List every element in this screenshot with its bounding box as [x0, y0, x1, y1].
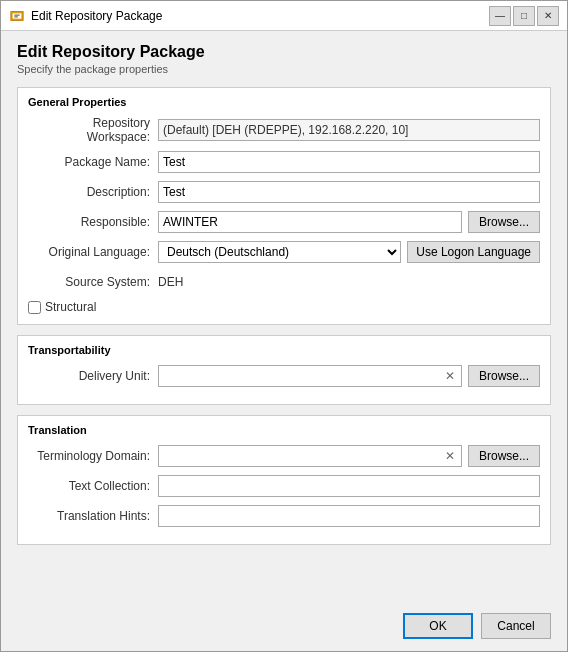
description-row: Description:	[28, 180, 540, 204]
repository-workspace-value: (Default) [DEH (RDEPPE), 192.168.2.220, …	[158, 119, 540, 141]
package-name-label: Package Name:	[28, 155, 158, 169]
dialog-footer: OK Cancel	[1, 605, 567, 651]
responsible-row: Responsible: Browse...	[28, 210, 540, 234]
delivery-unit-label: Delivery Unit:	[28, 369, 158, 383]
source-system-row: Source System: DEH	[28, 270, 540, 294]
original-language-label: Original Language:	[28, 245, 158, 259]
text-collection-label: Text Collection:	[28, 479, 158, 493]
cancel-button[interactable]: Cancel	[481, 613, 551, 639]
original-language-row: Original Language: Deutsch (Deutschland)…	[28, 240, 540, 264]
page-subtitle: Specify the package properties	[17, 63, 551, 75]
translation-section: Translation Terminology Domain: ✕ Browse…	[17, 415, 551, 545]
description-label: Description:	[28, 185, 158, 199]
repository-workspace-row: Repository Workspace: (Default) [DEH (RD…	[28, 116, 540, 144]
original-language-field-group: Deutsch (Deutschland) Use Logon Language	[158, 241, 540, 263]
terminology-domain-field-group: ✕ Browse...	[158, 445, 540, 467]
delivery-unit-browse-button[interactable]: Browse...	[468, 365, 540, 387]
delivery-unit-field-group: ✕ Browse...	[158, 365, 540, 387]
terminology-domain-label: Terminology Domain:	[28, 449, 158, 463]
terminology-domain-row: Terminology Domain: ✕ Browse...	[28, 444, 540, 468]
text-collection-row: Text Collection:	[28, 474, 540, 498]
window-icon	[9, 8, 25, 24]
general-properties-title: General Properties	[28, 96, 540, 108]
repository-workspace-label: Repository Workspace:	[28, 116, 158, 144]
title-bar-controls: — □ ✕	[489, 6, 559, 26]
package-name-input[interactable]	[158, 151, 540, 173]
delivery-unit-row: Delivery Unit: ✕ Browse...	[28, 364, 540, 388]
maximize-button[interactable]: □	[513, 6, 535, 26]
close-button[interactable]: ✕	[537, 6, 559, 26]
general-properties-section: General Properties Repository Workspace:…	[17, 87, 551, 325]
responsible-field-group: Browse...	[158, 211, 540, 233]
transportability-title: Transportability	[28, 344, 540, 356]
translation-hints-row: Translation Hints:	[28, 504, 540, 528]
page-title: Edit Repository Package	[17, 43, 551, 61]
responsible-input[interactable]	[158, 211, 462, 233]
responsible-browse-button[interactable]: Browse...	[468, 211, 540, 233]
dialog-content: Edit Repository Package Specify the pack…	[1, 31, 567, 605]
terminology-domain-input-wrapper: ✕	[158, 445, 462, 467]
translation-hints-input[interactable]	[158, 505, 540, 527]
window-title: Edit Repository Package	[31, 9, 489, 23]
translation-hints-label: Translation Hints:	[28, 509, 158, 523]
ok-button[interactable]: OK	[403, 613, 473, 639]
main-window: Edit Repository Package — □ ✕ Edit Repos…	[0, 0, 568, 652]
delivery-unit-input-wrapper: ✕	[158, 365, 462, 387]
source-system-label: Source System:	[28, 275, 158, 289]
title-bar: Edit Repository Package — □ ✕	[1, 1, 567, 31]
minimize-button[interactable]: —	[489, 6, 511, 26]
delivery-unit-clear-icon[interactable]: ✕	[441, 367, 459, 385]
transportability-section: Transportability Delivery Unit: ✕ Browse…	[17, 335, 551, 405]
translation-title: Translation	[28, 424, 540, 436]
package-name-row: Package Name:	[28, 150, 540, 174]
delivery-unit-input[interactable]	[159, 366, 441, 386]
responsible-label: Responsible:	[28, 215, 158, 229]
text-collection-input[interactable]	[158, 475, 540, 497]
terminology-domain-browse-button[interactable]: Browse...	[468, 445, 540, 467]
description-input[interactable]	[158, 181, 540, 203]
use-logon-language-button[interactable]: Use Logon Language	[407, 241, 540, 263]
structural-checkbox[interactable]	[28, 301, 41, 314]
source-system-value: DEH	[158, 275, 540, 289]
svg-rect-1	[13, 13, 22, 18]
structural-label[interactable]: Structural	[45, 300, 96, 314]
original-language-select[interactable]: Deutsch (Deutschland)	[158, 241, 401, 263]
structural-row: Structural	[28, 300, 540, 314]
terminology-domain-clear-icon[interactable]: ✕	[441, 447, 459, 465]
terminology-domain-input[interactable]	[159, 446, 441, 466]
